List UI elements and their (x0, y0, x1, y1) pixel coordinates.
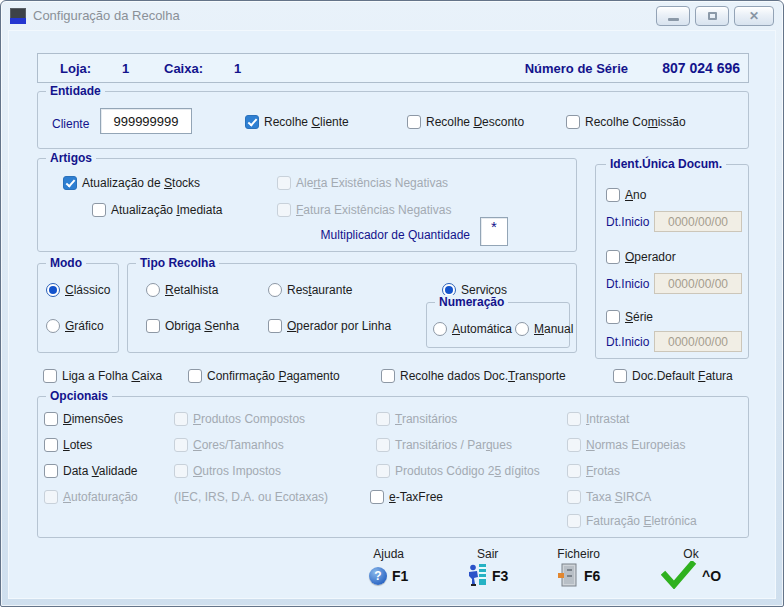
close-button[interactable]: ✕ (734, 6, 774, 26)
checkbox-faturacao-eletronica: Faturação Eletrónica (567, 513, 697, 529)
checkbox-label: Obriga Senha (165, 319, 239, 333)
checkbox-label: Atualização Imediata (111, 203, 222, 217)
dt-inicio-label: Dt.Inicio (606, 277, 649, 291)
radio-label: Restaurante (287, 283, 352, 297)
checkbox-recolhe-comissao[interactable]: Recolhe Comissão (566, 114, 686, 130)
title-bar[interactable]: Configuração da Recolha ✕ (1, 1, 783, 30)
cliente-label: Cliente (52, 117, 89, 131)
caixa-label: Caixa: (164, 61, 203, 76)
cliente-input[interactable] (100, 108, 192, 134)
help-glyph: ? (374, 569, 381, 583)
checkbox-autofaturacao: Autofaturação (44, 489, 138, 505)
checkbox-recolhe-cliente[interactable]: Recolhe Cliente (245, 114, 349, 130)
close-icon: ✕ (749, 10, 759, 22)
checkbox-label: Intrastat (586, 412, 629, 426)
radio-icon (46, 283, 60, 297)
checkbox-label: Transitários / Parques (395, 438, 512, 452)
dt-inicio-ano-field (654, 211, 742, 232)
checkbox-normas-europeias: Normas Europeias (567, 437, 685, 453)
radio-manual[interactable]: Manual (515, 321, 573, 337)
app-icon (10, 8, 26, 24)
check-icon (661, 561, 697, 592)
checkbox-e-taxfree[interactable]: e-TaxFree (370, 489, 443, 505)
checkbox-recolhe-desconto[interactable]: Recolhe Desconto (407, 114, 524, 130)
radio-classico[interactable]: Clássico (46, 282, 110, 298)
dialog-body: Loja: 1 Caixa: 1 Número de Série 807 024… (8, 30, 776, 599)
checkbox-confirmacao-pagamento[interactable]: Confirmação Pagamento (188, 368, 340, 384)
checkbox-label: Produtos Código 25 dígitos (395, 464, 540, 478)
checkbox-icon (44, 412, 58, 426)
checkbox-liga-folha-caixa[interactable]: Liga a Folha Caixa (43, 368, 162, 384)
checkbox-taxa-sirca: Taxa SIRCA (567, 489, 651, 505)
checkbox-operador[interactable]: Operador (606, 249, 676, 265)
checkbox-serie[interactable]: Série (606, 309, 653, 325)
checkbox-label: Produtos Compostos (193, 412, 305, 426)
ficheiro-key: F6 (584, 568, 600, 584)
checkbox-outros-impostos: Outros Impostos (174, 463, 281, 479)
caixa-value: 1 (234, 61, 241, 76)
checkbox-label: e-TaxFree (389, 490, 443, 504)
numero-serie-label: Número de Série (525, 61, 628, 76)
sair-button[interactable]: Sair F3 (467, 547, 508, 590)
checkbox-icon (174, 438, 188, 452)
checkbox-produtos-compostos: Produtos Compostos (174, 411, 305, 427)
checkbox-icon (567, 412, 581, 426)
checkbox-atualizacao-stocks[interactable]: Atualização de Stocks (63, 175, 200, 191)
checkbox-recolhe-dados-doc-transporte[interactable]: Recolhe dados Doc.Transporte (381, 368, 566, 384)
modo-group: Modo Clássico Gráfico (37, 263, 119, 353)
checkbox-icon (44, 438, 58, 452)
checkbox-ano[interactable]: Ano (606, 187, 646, 203)
checkbox-data-validade[interactable]: Data Validade (44, 463, 138, 479)
radio-retalhista[interactable]: Retalhista (146, 282, 218, 298)
radio-grafico[interactable]: Gráfico (46, 318, 104, 334)
checkbox-icon (407, 115, 421, 129)
checkbox-label: Taxa SIRCA (586, 490, 651, 504)
checkbox-icon (567, 490, 581, 504)
minimize-button[interactable] (656, 6, 690, 26)
window-controls: ✕ (656, 6, 774, 26)
ficheiro-button[interactable]: Ficheiro F6 (557, 547, 600, 590)
checkbox-label: Transitários (395, 412, 457, 426)
checkbox-icon (268, 319, 282, 333)
checkbox-label: Série (625, 310, 653, 324)
checkbox-label: Liga a Folha Caixa (62, 369, 162, 383)
loja-label: Loja: (60, 61, 91, 76)
checkbox-icon (92, 203, 106, 217)
maximize-icon (708, 12, 717, 20)
radio-restaurante[interactable]: Restaurante (268, 282, 352, 298)
checkbox-label: Operador por Linha (287, 319, 391, 333)
maximize-button[interactable] (695, 6, 729, 26)
checkbox-operador-por-linha[interactable]: Operador por Linha (268, 318, 391, 334)
checkbox-obriga-senha[interactable]: Obriga Senha (146, 318, 239, 334)
checkbox-icon (606, 250, 620, 264)
impostos-nota: (IEC, IRS, D.A. ou Ecotaxas) (174, 490, 328, 504)
checkbox-icon (146, 319, 160, 333)
radio-icon (146, 283, 160, 297)
checkbox-icon (43, 369, 57, 383)
sair-label: Sair (477, 547, 498, 561)
radio-automatica[interactable]: Automática (433, 321, 512, 337)
ajuda-button[interactable]: Ajuda ? F1 (369, 547, 408, 590)
multiplicador-input[interactable] (480, 217, 508, 246)
checkbox-doc-default-fatura[interactable]: Doc.Default Fatura (613, 368, 733, 384)
ok-button[interactable]: Ok ^O (661, 547, 721, 590)
checkbox-icon (63, 176, 77, 190)
checkbox-icon (174, 412, 188, 426)
checkbox-dimensoes[interactable]: Dimensões (44, 411, 123, 427)
checkbox-lotes[interactable]: Lotes (44, 437, 92, 453)
radio-icon (268, 283, 282, 297)
checkbox-atualizacao-imediata[interactable]: Atualização Imediata (92, 202, 222, 218)
checkbox-label: Outros Impostos (193, 464, 281, 478)
radio-label: Clássico (65, 283, 110, 297)
checkbox-icon (245, 115, 259, 129)
checkbox-icon (376, 464, 390, 478)
minimize-icon (668, 18, 679, 21)
checkbox-icon (613, 369, 627, 383)
ok-label: Ok (683, 547, 698, 561)
checkbox-label: Recolhe dados Doc.Transporte (400, 369, 566, 383)
numero-serie-value: 807 024 696 (662, 60, 740, 76)
ident-unica-group: Ident.Única Docum. Ano Dt.Inicio Operado… (595, 164, 749, 359)
exit-icon (467, 563, 487, 590)
radio-icon (46, 319, 60, 333)
checkbox-icon (376, 438, 390, 452)
